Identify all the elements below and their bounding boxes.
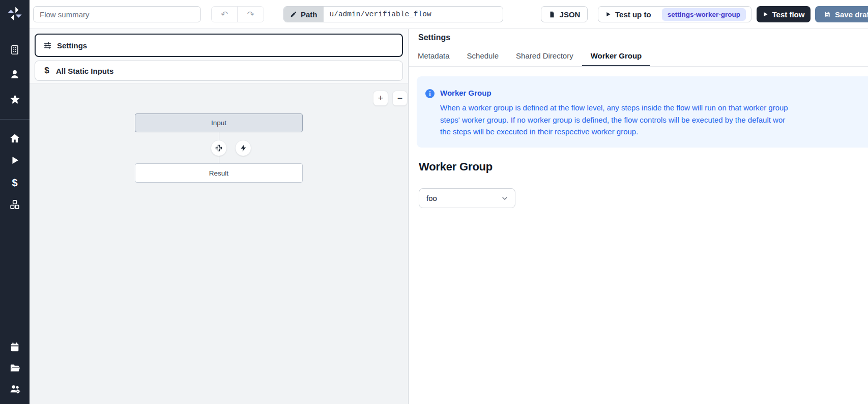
topbar: ↶ ↷ Path u/admin/verifiable_flow JSON Te… — [30, 0, 868, 29]
save-icon — [824, 11, 831, 18]
zoom-out-button[interactable]: − — [392, 91, 408, 106]
building-icon — [9, 44, 20, 55]
settings-tabs: Metadata Schedule Shared Directory Worke… — [409, 47, 868, 67]
test-up-to-button[interactable]: Test up to settings-worker-group — [598, 6, 751, 22]
info-title: Worker Group — [440, 89, 788, 97]
json-button[interactable]: JSON — [541, 6, 588, 22]
test-flow-button[interactable]: Test flow — [757, 6, 811, 22]
tab-metadata[interactable]: Metadata — [409, 47, 458, 66]
dollar-icon: $ — [43, 66, 51, 76]
edit-path-button[interactable]: Path — [284, 7, 324, 22]
info-icon: i — [425, 89, 435, 98]
dollar-icon: $ — [12, 178, 17, 188]
user-icon — [9, 69, 20, 80]
save-draft-label: Save draft — [835, 10, 868, 19]
sidebar-divider — [0, 119, 30, 120]
info-text-line: the steps will be executed in their resp… — [440, 126, 788, 138]
play-icon — [10, 155, 20, 165]
file-json-icon — [548, 11, 556, 18]
info-content: Worker Group When a worker group is defi… — [440, 89, 788, 148]
worker-group-select-value: foo — [426, 194, 437, 203]
save-draft-button[interactable]: Save draft — [815, 6, 868, 22]
worker-group-section-title: Worker Group — [419, 160, 493, 174]
undo-button[interactable]: ↶ — [212, 7, 238, 22]
sidebar-item-user[interactable] — [0, 67, 30, 81]
test-up-to-label: Test up to — [615, 10, 651, 19]
sidebar-item-folders[interactable] — [0, 361, 30, 375]
redo-icon: ↷ — [247, 9, 254, 20]
calendar-icon — [9, 341, 20, 353]
sidebar-item-variables[interactable]: $ — [0, 176, 30, 190]
tab-shared-directory[interactable]: Shared Directory — [507, 47, 582, 66]
test-flow-label: Test flow — [772, 10, 805, 19]
windmill-logo-icon[interactable] — [0, 7, 30, 21]
star-icon — [9, 94, 21, 105]
result-node[interactable]: Result — [135, 163, 303, 183]
result-node-label: Result — [209, 169, 228, 177]
flow-modules-header: Settings $ All Static Inputs — [30, 29, 408, 83]
sidebar-item-schedules[interactable] — [0, 340, 30, 354]
sliders-icon — [43, 41, 52, 50]
chevron-down-icon — [501, 194, 509, 203]
worker-group-info-box: i Worker Group When a worker group is de… — [417, 76, 868, 148]
all-static-inputs-module[interactable]: $ All Static Inputs — [35, 61, 403, 81]
sidebar-item-favorites[interactable] — [0, 92, 30, 106]
tab-worker-group[interactable]: Worker Group — [582, 47, 651, 66]
pencil-icon — [290, 11, 297, 18]
path-value[interactable]: u/admin/verifiable_flow — [324, 7, 438, 22]
app-sidebar: $ — [0, 0, 30, 404]
redo-button[interactable]: ↷ — [238, 7, 264, 22]
flow-summary-input[interactable] — [33, 6, 201, 22]
undo-redo-group: ↶ ↷ — [211, 6, 264, 22]
users-gear-icon — [9, 383, 21, 395]
sidebar-item-home[interactable] — [0, 131, 30, 146]
add-step-button[interactable] — [211, 140, 227, 156]
tab-schedule[interactable]: Schedule — [458, 47, 508, 66]
folder-icon — [9, 362, 21, 374]
json-button-label: JSON — [560, 10, 581, 19]
static-inputs-label: All Static Inputs — [56, 67, 113, 75]
sidebar-item-runs[interactable] — [0, 153, 30, 167]
test-up-to-target-badge[interactable]: settings-worker-group — [662, 8, 746, 21]
settings-panel-title: Settings — [418, 33, 450, 42]
play-icon — [605, 11, 611, 17]
flow-settings-module[interactable]: Settings — [35, 34, 403, 57]
worker-group-select[interactable]: foo — [419, 188, 515, 208]
sidebar-item-groups[interactable] — [0, 382, 30, 396]
windmill-logo — [6, 5, 23, 22]
undo-icon: ↶ — [221, 9, 228, 20]
plus-icon — [215, 144, 223, 152]
sidebar-item-workspace[interactable] — [0, 43, 30, 57]
lightning-bolt-icon — [240, 144, 247, 152]
home-icon — [9, 133, 20, 144]
sidebar-item-resources[interactable] — [0, 197, 30, 212]
path-label: Path — [301, 10, 317, 19]
trigger-button[interactable] — [235, 140, 251, 156]
info-text-line: When a worker group is defined at the fl… — [440, 102, 788, 114]
settings-module-label: Settings — [57, 41, 87, 50]
zoom-in-button[interactable]: + — [373, 91, 388, 106]
flow-graph-canvas[interactable]: + − Input Result — [30, 83, 408, 404]
input-node-label: Input — [211, 119, 226, 127]
path-group: Path u/admin/verifiable_flow — [283, 6, 503, 22]
settings-panel: Settings Metadata Schedule Shared Direct… — [408, 29, 868, 404]
boxes-icon — [9, 199, 20, 210]
input-node[interactable]: Input — [135, 113, 303, 132]
play-icon — [763, 11, 768, 17]
info-text-line: steps' worker group. If no worker group … — [440, 114, 788, 126]
